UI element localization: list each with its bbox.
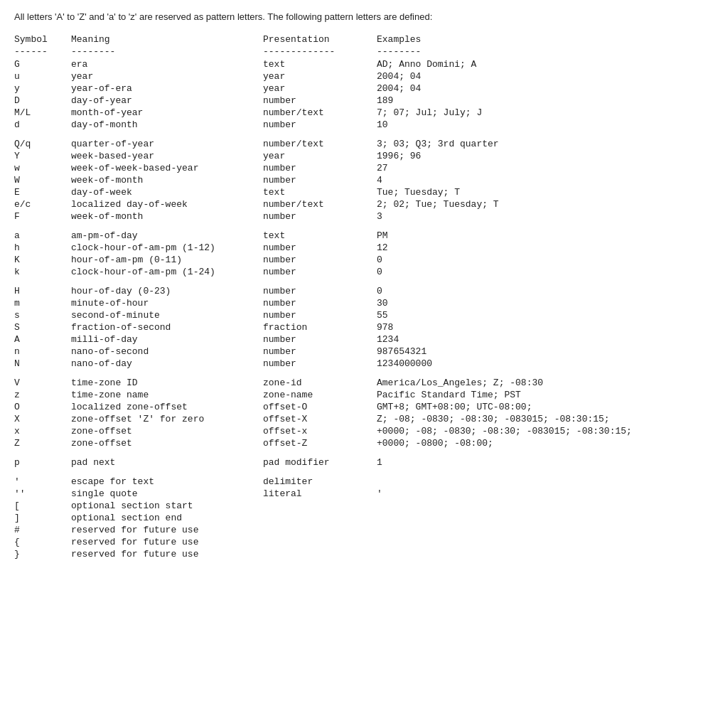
table-dashes-row: ------ -------- ------------- -------- xyxy=(14,46,689,58)
cell-presentation: text xyxy=(263,186,377,198)
table-row: dday-of-monthnumber10 xyxy=(14,119,689,131)
cell-examples: 12 xyxy=(377,242,689,254)
cell-symbol: e/c xyxy=(14,198,71,210)
cell-meaning: pad next xyxy=(71,456,263,469)
table-row: 'escape for textdelimiter xyxy=(14,476,689,488)
table-row: Olocalized zone-offsetoffset-OGMT+8; GMT… xyxy=(14,401,689,413)
cell-meaning: day-of-week xyxy=(71,186,263,198)
cell-presentation: number/text xyxy=(263,198,377,210)
cell-meaning: optional section end xyxy=(71,512,263,524)
cell-symbol: O xyxy=(14,401,71,413)
cell-presentation: number xyxy=(263,346,377,358)
table-row: kclock-hour-of-am-pm (1-24)number0 xyxy=(14,266,689,278)
cell-presentation: number xyxy=(263,95,377,107)
group-spacer xyxy=(14,278,689,285)
intro-text: All letters 'A' to 'Z' and 'a' to 'z' ar… xyxy=(14,11,689,22)
cell-meaning: reserved for future use xyxy=(71,524,263,536)
pattern-table: Symbol Meaning Presentation Examples ---… xyxy=(14,33,689,560)
cell-symbol: E xyxy=(14,186,71,198)
cell-examples: 1996; 96 xyxy=(377,150,689,162)
cell-examples: 0 xyxy=(377,285,689,297)
table-row: ''single quoteliteral' xyxy=(14,488,689,500)
cell-presentation: fraction xyxy=(263,321,377,333)
table-row: Dday-of-yearnumber189 xyxy=(14,95,689,107)
table-row: #reserved for future use xyxy=(14,524,689,536)
cell-meaning: clock-hour-of-am-pm (1-24) xyxy=(71,266,263,278)
cell-presentation xyxy=(263,548,377,560)
cell-examples: 27 xyxy=(377,162,689,174)
table-row: M/Lmonth-of-yearnumber/text7; 07; Jul; J… xyxy=(14,107,689,119)
cell-symbol: x xyxy=(14,425,71,437)
table-row: {reserved for future use xyxy=(14,536,689,548)
cell-presentation xyxy=(263,512,377,524)
cell-meaning: hour-of-day (0-23) xyxy=(71,285,263,297)
cell-presentation xyxy=(263,524,377,536)
cell-symbol: [ xyxy=(14,500,71,512)
cell-meaning: week-of-week-based-year xyxy=(71,162,263,174)
cell-presentation: number xyxy=(263,297,377,309)
cell-examples: 4 xyxy=(377,174,689,186)
group-spacer xyxy=(14,469,689,476)
dashes-symbol: ------ xyxy=(14,46,71,58)
cell-meaning: localized day-of-week xyxy=(71,198,263,210)
cell-symbol: Z xyxy=(14,437,71,449)
cell-presentation: pad modifier xyxy=(263,456,377,469)
cell-examples: 2004; 04 xyxy=(377,70,689,82)
dashes-examples: -------- xyxy=(377,46,689,58)
cell-presentation: text xyxy=(263,58,377,70)
col-header-presentation: Presentation xyxy=(263,33,377,46)
table-row: Nnano-of-daynumber1234000000 xyxy=(14,358,689,370)
dashes-meaning: -------- xyxy=(71,46,263,58)
cell-examples: Z; -08; -0830; -08:30; -083015; -08:30:1… xyxy=(377,413,689,425)
table-row: yyear-of-erayear2004; 04 xyxy=(14,82,689,95)
cell-examples xyxy=(377,512,689,524)
cell-presentation: zone-id xyxy=(263,377,377,389)
cell-meaning: time-zone ID xyxy=(71,377,263,389)
col-header-symbol: Symbol xyxy=(14,33,71,46)
dashes-presentation: ------------- xyxy=(263,46,377,58)
cell-examples: 55 xyxy=(377,309,689,321)
cell-meaning: optional section start xyxy=(71,500,263,512)
cell-symbol: } xyxy=(14,548,71,560)
cell-symbol: u xyxy=(14,70,71,82)
group-spacer xyxy=(14,131,689,138)
cell-meaning: time-zone name xyxy=(71,389,263,401)
cell-examples: 1234 xyxy=(377,333,689,346)
table-row: Zzone-offsetoffset-Z+0000; -0800; -08:00… xyxy=(14,437,689,449)
cell-presentation: number xyxy=(263,333,377,346)
table-row: xzone-offsetoffset-x+0000; -08; -0830; -… xyxy=(14,425,689,437)
table-row: hclock-hour-of-am-pm (1-12)number12 xyxy=(14,242,689,254)
cell-presentation: offset-Z xyxy=(263,437,377,449)
table-row: e/clocalized day-of-weeknumber/text2; 02… xyxy=(14,198,689,210)
cell-examples: AD; Anno Domini; A xyxy=(377,58,689,70)
cell-examples: PM xyxy=(377,230,689,242)
table-header-row: Symbol Meaning Presentation Examples xyxy=(14,33,689,46)
cell-meaning: hour-of-am-pm (0-11) xyxy=(71,254,263,266)
cell-examples: GMT+8; GMT+08:00; UTC-08:00; xyxy=(377,401,689,413)
cell-presentation xyxy=(263,500,377,512)
cell-presentation xyxy=(263,536,377,548)
table-row: }reserved for future use xyxy=(14,548,689,560)
cell-presentation: zone-name xyxy=(263,389,377,401)
cell-examples: 987654321 xyxy=(377,346,689,358)
cell-meaning: week-of-month xyxy=(71,210,263,223)
cell-meaning: week-based-year xyxy=(71,150,263,162)
cell-meaning: zone-offset xyxy=(71,425,263,437)
group-spacer xyxy=(14,223,689,230)
cell-meaning: day-of-month xyxy=(71,119,263,131)
table-row: Eday-of-weektextTue; Tuesday; T xyxy=(14,186,689,198)
cell-examples: +0000; -0800; -08:00; xyxy=(377,437,689,449)
cell-meaning: fraction-of-second xyxy=(71,321,263,333)
cell-presentation: text xyxy=(263,230,377,242)
cell-examples: 10 xyxy=(377,119,689,131)
table-row: Wweek-of-monthnumber4 xyxy=(14,174,689,186)
cell-examples xyxy=(377,476,689,488)
table-row: uyearyear2004; 04 xyxy=(14,70,689,82)
cell-presentation: number xyxy=(263,242,377,254)
table-row: Sfraction-of-secondfraction978 xyxy=(14,321,689,333)
cell-symbol: S xyxy=(14,321,71,333)
cell-examples: 7; 07; Jul; July; J xyxy=(377,107,689,119)
table-row: ]optional section end xyxy=(14,512,689,524)
table-row: ztime-zone namezone-namePacific Standard… xyxy=(14,389,689,401)
cell-symbol: # xyxy=(14,524,71,536)
